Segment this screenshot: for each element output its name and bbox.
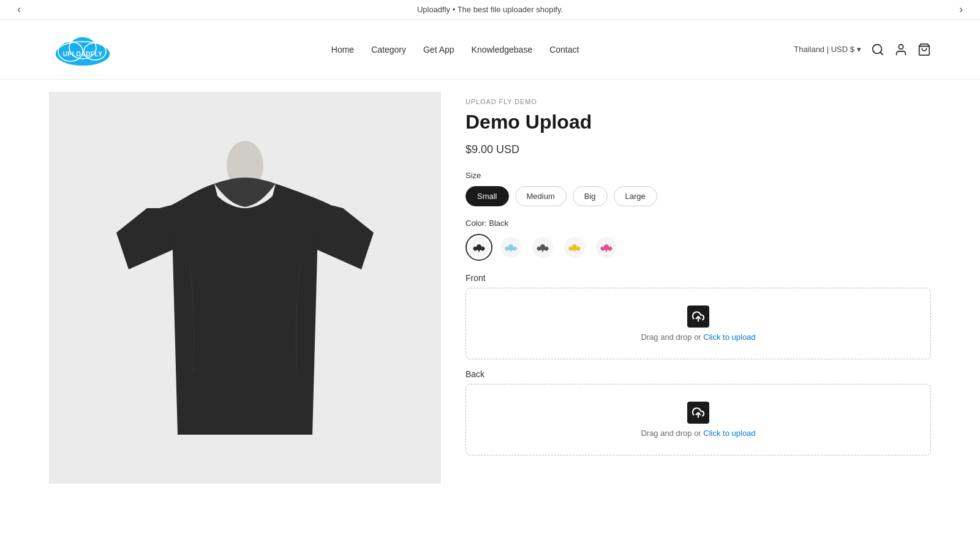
account-icon[interactable] <box>894 43 908 56</box>
color-black-swatch[interactable] <box>466 234 492 261</box>
front-upload-label: Front <box>466 273 931 283</box>
color-pink-swatch[interactable] <box>593 234 620 261</box>
region-chevron-icon: ▾ <box>857 45 861 54</box>
front-upload-text: Drag and drop or Click to upload <box>641 332 755 342</box>
nav-get-app[interactable]: Get App <box>423 45 454 54</box>
nav-knowledgebase[interactable]: Knowledgebase <box>472 45 533 54</box>
product-price: $9.00 USD <box>466 143 931 156</box>
back-upload-link[interactable]: Click to upload <box>703 429 755 438</box>
back-upload-section: Back Drag and drop or Click to upload <box>466 369 931 455</box>
logo-image: UPLOADFLY <box>49 29 116 69</box>
announcement-prev-button[interactable]: ‹ <box>12 1 26 18</box>
vendor-label: UPLOAD FLY DEMO <box>466 98 931 105</box>
upload-arrow-icon <box>692 310 704 323</box>
svg-point-11 <box>899 44 903 48</box>
cart-icon[interactable] <box>918 43 931 56</box>
color-lightblue-swatch[interactable] <box>497 234 524 261</box>
front-upload-section: Front Drag and drop or Click to upload <box>466 273 931 359</box>
logo-area: UPLOADFLY <box>49 29 116 69</box>
product-title: Demo Upload <box>466 110 931 133</box>
size-medium-button[interactable]: Medium <box>515 186 567 206</box>
announcement-bar: ‹ Uploadfly • The best file uploader sho… <box>0 0 980 20</box>
header: UPLOADFLY Home Category Get App Knowledg… <box>0 20 980 80</box>
announcement-text: Uploadfly • The best file uploader shopi… <box>417 5 563 14</box>
back-upload-label: Back <box>466 369 931 379</box>
back-upload-text: Drag and drop or Click to upload <box>641 429 755 438</box>
color-section: Color: Black <box>466 219 931 261</box>
front-upload-icon <box>687 305 709 328</box>
nav-category[interactable]: Category <box>371 45 406 54</box>
color-swatches <box>466 234 931 261</box>
size-label: Size <box>466 171 931 180</box>
color-darkgray-swatch[interactable] <box>529 234 556 261</box>
size-small-button[interactable]: Small <box>466 186 509 206</box>
back-upload-dropzone[interactable]: Drag and drop or Click to upload <box>466 384 931 455</box>
main-content: UPLOAD FLY DEMO Demo Upload $9.00 USD Si… <box>0 80 980 496</box>
size-section: Size Small Medium Big Large <box>466 171 931 206</box>
color-yellow-swatch[interactable] <box>561 234 588 261</box>
size-large-button[interactable]: Large <box>614 186 657 206</box>
region-label: Thailand | USD $ <box>794 45 854 54</box>
search-icon[interactable] <box>871 43 884 56</box>
region-selector[interactable]: Thailand | USD $ ▾ <box>794 45 861 54</box>
size-options: Small Medium Big Large <box>466 186 931 206</box>
upload-arrow-icon-2 <box>692 407 704 419</box>
color-label: Color: Black <box>466 219 931 228</box>
nav-contact[interactable]: Contact <box>549 45 579 54</box>
header-actions: Thailand | USD $ ▾ <box>794 43 931 56</box>
product-details: UPLOAD FLY DEMO Demo Upload $9.00 USD Si… <box>466 92 931 484</box>
product-gallery <box>49 92 441 484</box>
announcement-next-button[interactable]: › <box>954 1 968 18</box>
front-upload-link[interactable]: Click to upload <box>703 332 755 342</box>
back-upload-icon <box>687 402 709 424</box>
svg-line-10 <box>880 52 883 54</box>
size-big-button[interactable]: Big <box>573 186 608 206</box>
front-upload-dropzone[interactable]: Drag and drop or Click to upload <box>466 288 931 359</box>
nav-home[interactable]: Home <box>331 45 354 54</box>
product-image <box>86 110 404 465</box>
main-nav: Home Category Get App Knowledgebase Cont… <box>331 45 579 54</box>
